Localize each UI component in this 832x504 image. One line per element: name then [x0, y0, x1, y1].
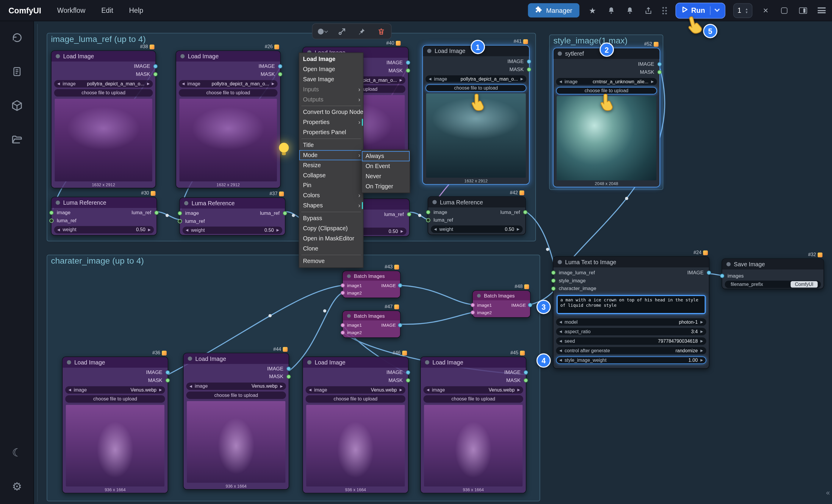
- menu-item-copy-clipspace[interactable]: Copy (Clipspace): [300, 223, 363, 234]
- node-color-picker-icon[interactable]: [317, 26, 328, 37]
- output-port-image[interactable]: [406, 370, 410, 375]
- image-combo-widget[interactable]: ◀imageVenus.webp▶: [306, 386, 405, 394]
- collapse-dot-icon[interactable]: [425, 360, 429, 365]
- image-combo-widget[interactable]: ◀imagecrntnsr_a_unknown_alie...▶: [556, 78, 657, 85]
- next-value-icon[interactable]: ▶: [520, 77, 523, 81]
- menu-workflow[interactable]: Workflow: [57, 6, 85, 14]
- image-combo-widget[interactable]: ◀imagepollytra_depict_a_man_o...▶: [54, 80, 153, 87]
- collapse-dot-icon[interactable]: [184, 201, 188, 205]
- node-header[interactable]: Load Image: [51, 51, 155, 61]
- input-port-image1[interactable]: [341, 283, 345, 287]
- prev-value-icon[interactable]: ◀: [427, 388, 430, 392]
- drag-handle-icon[interactable]: [661, 6, 668, 14]
- prev-value-icon[interactable]: ◀: [309, 388, 312, 392]
- node-luma-reference-37[interactable]: #37 Luma Reference imageluma_ref luma_re…: [179, 197, 286, 235]
- menu-item-resize[interactable]: Resize: [300, 160, 363, 170]
- prev-value-icon[interactable]: ◀: [182, 82, 185, 86]
- collapse-dot-icon[interactable]: [347, 314, 350, 317]
- input-port-character-image[interactable]: [551, 287, 555, 291]
- aspect-ratio-widget[interactable]: ◀aspect_ratio3:4▶: [556, 328, 706, 335]
- menu-item-bypass[interactable]: Bypass: [300, 213, 363, 223]
- node-luma-reference-30[interactable]: #30 Luma Reference imageluma_ref luma_re…: [51, 197, 157, 236]
- input-port-style-image[interactable]: [551, 278, 555, 283]
- image-preview[interactable]: [306, 405, 405, 487]
- output-port-mask[interactable]: [153, 72, 157, 77]
- increment-icon[interactable]: ▶: [148, 228, 151, 232]
- delete-icon[interactable]: [375, 26, 387, 37]
- node-header[interactable]: Save Image: [722, 259, 824, 269]
- collapse-dot-icon[interactable]: [427, 49, 431, 53]
- image-preview[interactable]: [187, 401, 286, 483]
- node-header[interactable]: Load Image: [62, 357, 167, 368]
- canvas[interactable]: image_luma_ref (up to 4) style_image(1 m…: [0, 0, 832, 504]
- image-combo-widget[interactable]: ◀imageVenus.webp▶: [186, 382, 286, 390]
- upload-button[interactable]: choose file to upload: [306, 395, 405, 402]
- restore-window-icon[interactable]: [779, 5, 790, 16]
- next-value-icon[interactable]: ▶: [280, 384, 283, 388]
- next-value-icon[interactable]: ▶: [700, 349, 703, 353]
- image-combo-widget[interactable]: ◀imagepollytra_depict_a_man_o...▶: [179, 80, 278, 87]
- input-port-image1[interactable]: [341, 323, 345, 327]
- output-port-mask[interactable]: [278, 72, 282, 77]
- toggle-panel-icon[interactable]: [798, 5, 808, 16]
- seed-widget[interactable]: ◀seed797784790034618▶: [556, 337, 706, 345]
- input-port-image[interactable]: [49, 211, 54, 215]
- output-port-mask[interactable]: [657, 70, 661, 74]
- menu-help[interactable]: Help: [129, 6, 144, 14]
- collapse-dot-icon[interactable]: [56, 201, 60, 205]
- increment-icon[interactable]: ▶: [277, 228, 279, 232]
- output-port-image[interactable]: [527, 59, 531, 64]
- output-port-luma-ref[interactable]: [283, 211, 287, 215]
- output-port-mask[interactable]: [524, 378, 528, 382]
- collapse-dot-icon[interactable]: [180, 54, 184, 58]
- node-styleref-52[interactable]: #52 sytleref IMAGE MASK ◀imagecrntnsr_a_…: [553, 48, 660, 187]
- theme-moon-icon[interactable]: ☾: [10, 446, 24, 459]
- pin-icon[interactable]: [356, 26, 367, 37]
- decrement-icon[interactable]: ◀: [57, 228, 60, 232]
- menu-item-properties-panel[interactable]: Properties Panel: [300, 127, 363, 137]
- next-value-icon[interactable]: ▶: [147, 82, 150, 86]
- menu-item-clone[interactable]: Clone: [300, 243, 363, 254]
- control-after-generate-widget[interactable]: ◀control after generaterandomize▶: [556, 347, 706, 354]
- image-preview[interactable]: [66, 405, 164, 487]
- menu-item-open-image[interactable]: Open Image: [300, 64, 363, 74]
- upload-button[interactable]: choose file to upload: [186, 392, 286, 399]
- output-port-luma-ref[interactable]: [407, 212, 411, 216]
- next-value-icon[interactable]: ▶: [700, 329, 703, 334]
- browse-folder-icon[interactable]: [10, 134, 24, 147]
- menu-item-shapes[interactable]: Shapes›: [300, 201, 363, 211]
- next-value-icon[interactable]: ▶: [400, 78, 402, 82]
- input-port-image[interactable]: [178, 211, 182, 215]
- weight-widget[interactable]: ◀weight0.50▶: [431, 226, 522, 233]
- node-header[interactable]: Load Image: [176, 51, 280, 61]
- hamburger-menu-icon[interactable]: [816, 5, 827, 16]
- node-header[interactable]: Batch Images: [343, 271, 400, 281]
- input-port-image2[interactable]: [471, 310, 475, 315]
- next-value-icon[interactable]: ▶: [518, 388, 520, 392]
- prev-value-icon[interactable]: ◀: [69, 388, 71, 392]
- output-port-mask[interactable]: [406, 69, 410, 73]
- increment-icon[interactable]: ▶: [700, 339, 703, 343]
- input-port-image1[interactable]: [471, 303, 475, 307]
- node-batch-images-43[interactable]: #43 Batch Images image1IMAGE image2: [342, 270, 400, 298]
- next-value-icon[interactable]: ▶: [159, 388, 162, 392]
- image-preview[interactable]: [179, 99, 277, 182]
- submenu-item-on-event[interactable]: On Event: [362, 161, 410, 171]
- menu-edit[interactable]: Edit: [101, 6, 113, 14]
- menu-item-colors[interactable]: Colors›: [300, 190, 363, 201]
- submenu-item-never[interactable]: Never: [362, 171, 410, 182]
- node-header[interactable]: Load Image: [421, 357, 526, 368]
- prev-value-icon[interactable]: ◀: [189, 384, 192, 388]
- increment-icon[interactable]: ▶: [700, 358, 703, 362]
- output-port-luma-ref[interactable]: [523, 210, 527, 214]
- workflows-icon[interactable]: [10, 66, 24, 79]
- filename-prefix-widget[interactable]: filename_prefixComfyUI: [725, 281, 821, 288]
- output-port-image[interactable]: [398, 283, 402, 287]
- image-combo-widget[interactable]: ◀imagepollytra_depict_a_man_o...▶: [425, 75, 526, 83]
- output-port-luma-ref[interactable]: [154, 211, 159, 215]
- image-preview[interactable]: [424, 405, 523, 487]
- input-port-images[interactable]: [720, 274, 724, 278]
- node-header[interactable]: Load Image: [184, 353, 289, 364]
- collapse-dot-icon[interactable]: [477, 294, 480, 297]
- share-icon[interactable]: [643, 5, 653, 16]
